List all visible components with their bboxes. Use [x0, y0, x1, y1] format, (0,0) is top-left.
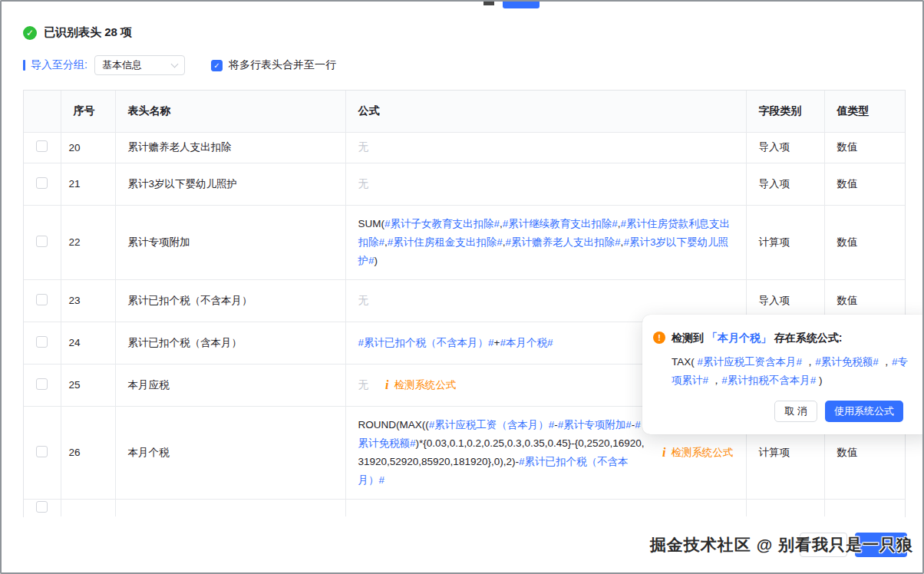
row-category: 计算项: [746, 205, 824, 279]
row-formula: SUM(#累计子女教育支出扣除#,#累计继续教育支出扣除#,#累计住房贷款利息支…: [358, 215, 734, 270]
chevron-down-icon: [170, 60, 178, 68]
row-category: [746, 499, 824, 516]
row-formula: 无: [358, 138, 369, 157]
merge-option[interactable]: ✓ 将多行表头合并至一行: [211, 58, 336, 72]
row-no: 20: [61, 132, 115, 163]
row-no: 23: [61, 279, 115, 322]
merge-checkbox-label: 将多行表头合并至一行: [229, 58, 336, 72]
col-no: 序号: [61, 91, 115, 132]
table-row: 21 累计3岁以下婴幼儿照护 无 导入项 数值: [24, 163, 905, 205]
result-header: ✓ 已识别表头 28 项: [23, 25, 132, 40]
import-headers-dialog: ✓ 已识别表头 28 项 导入至分组: 基本信息 ✓ 将多行表头合并至一行 序号…: [0, 0, 924, 574]
row-value-type: [824, 499, 905, 516]
success-check-icon: ✓: [23, 26, 37, 40]
row-no: 21: [61, 163, 115, 205]
group-select[interactable]: 基本信息: [94, 55, 185, 75]
row-formula: #累计已扣个税（不含本月）#+#本月个税#: [358, 334, 553, 352]
row-no: [61, 499, 115, 516]
row-checkbox[interactable]: [36, 236, 48, 247]
popup-actions: 取 消 使用系统公式: [653, 401, 920, 422]
merge-checkbox[interactable]: ✓: [211, 60, 223, 71]
col-value-type: 值类型: [824, 91, 905, 132]
row-checkbox[interactable]: [36, 378, 48, 390]
row-formula: 无: [358, 292, 369, 310]
table-row: [24, 499, 905, 516]
system-formula-text: TAX( #累计应税工资含本月# ，#累计免税额# ，#专项累计# ，#累计扣税…: [672, 353, 911, 390]
group-select-value: 基本信息: [102, 58, 142, 72]
detect-formula-label: 检测系统公式: [394, 378, 456, 392]
warning-icon: !: [653, 332, 665, 344]
row-value-type: 数值: [824, 163, 905, 205]
row-category: 导入项: [746, 132, 824, 163]
row-checkbox[interactable]: [36, 336, 48, 348]
detect-formula-link[interactable]: i 检测系统公式: [385, 378, 456, 392]
headers-table: 序号 表头名称 公式 字段类别 值类型 20 累计赡养老人支出扣除 无 导入项 …: [23, 90, 906, 517]
detect-formula-link[interactable]: i 检测系统公式: [662, 446, 733, 460]
system-formula-popup: ! 检测到 「本月个税」 存在系统公式: TAX( #累计应税工资含本月# ，#…: [642, 315, 924, 434]
row-name: 本月个税: [115, 406, 345, 499]
col-formula: 公式: [345, 91, 746, 132]
row-name: 累计3岁以下婴幼儿照护: [115, 163, 345, 205]
row-formula: ROUND(MAX((#累计应税工资（含本月）#-#累计专项附加#-#累计免税额…: [358, 416, 646, 490]
popup-title-prefix: 检测到: [672, 332, 707, 344]
row-checkbox[interactable]: [36, 501, 48, 513]
popup-title-suffix: 存在系统公式:: [771, 332, 843, 344]
row-category: 导入项: [746, 163, 824, 205]
row-value-type: 数值: [824, 132, 905, 163]
cancel-button[interactable]: 取 消: [774, 401, 817, 422]
table-row: 20 累计赡养老人支出扣除 无 导入项 数值: [24, 132, 905, 163]
row-checkbox[interactable]: [36, 446, 48, 457]
row-name: [115, 499, 345, 516]
col-category: 字段类别: [746, 91, 824, 132]
row-name: 累计已扣个税（含本月）: [115, 322, 345, 364]
row-name: 累计专项附加: [115, 205, 345, 279]
row-checkbox[interactable]: [36, 177, 48, 189]
row-name: 本月应税: [115, 364, 345, 406]
toolbar: 导入至分组: 基本信息 ✓ 将多行表头合并至一行: [23, 55, 336, 75]
import-group-label: 导入至分组:: [31, 58, 87, 72]
row-no: 26: [61, 406, 115, 499]
row-no: 22: [61, 205, 115, 279]
watermark: 掘金技术社区 @ 别看我只是一只狼: [650, 534, 913, 556]
col-name: 表头名称: [115, 91, 345, 132]
row-formula: 无: [358, 376, 369, 394]
row-value-type: 数值: [824, 205, 905, 279]
row-no: 24: [61, 322, 115, 364]
page-title: 已识别表头 28 项: [44, 25, 132, 40]
detect-formula-label: 检测系统公式: [672, 446, 734, 460]
accent-bar: [23, 60, 25, 71]
row-name: 累计赡养老人支出扣除: [115, 132, 345, 163]
popup-title-field: 「本月个税」: [707, 332, 771, 344]
table-header-row: 序号 表头名称 公式 字段类别 值类型: [24, 91, 905, 132]
info-icon: i: [385, 378, 388, 392]
row-checkbox[interactable]: [36, 140, 48, 152]
top-clipped-button-fragment: [503, 2, 540, 8]
info-icon: i: [662, 446, 665, 460]
top-clipped-element: [483, 2, 494, 5]
table-row: 22 累计专项附加 SUM(#累计子女教育支出扣除#,#累计继续教育支出扣除#,…: [24, 205, 905, 279]
row-no: 25: [61, 364, 115, 406]
select-all-cell: [24, 91, 61, 132]
popup-title: ! 检测到 「本月个税」 存在系统公式:: [653, 330, 920, 345]
row-checkbox[interactable]: [36, 294, 48, 305]
row-name: 累计已扣个税（不含本月）: [115, 279, 345, 322]
use-system-formula-button[interactable]: 使用系统公式: [825, 401, 903, 422]
row-formula: 无: [358, 175, 369, 193]
